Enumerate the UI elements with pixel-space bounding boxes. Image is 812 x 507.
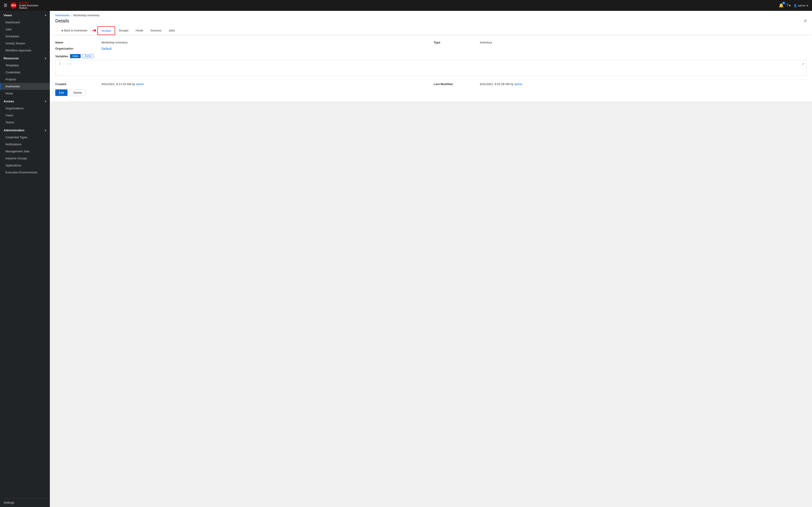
organization-link[interactable]: Default xyxy=(101,47,428,51)
created-row: Created 8/31/2021, 8:11:53 AM by admin L… xyxy=(55,79,807,86)
line-number-1: 1 xyxy=(58,62,61,65)
breadcrumb-inventories-link[interactable]: Inventories xyxy=(55,13,70,17)
sidebar-section-resources: Resources ▾ Templates Credentials Projec… xyxy=(0,54,50,97)
variables-label: Variables xyxy=(55,55,68,58)
help-button[interactable]: ? ▾ xyxy=(786,3,791,8)
detail-grid-top: Name Workshop Inventory Type Inventory O… xyxy=(55,41,807,51)
organization-label: Organization xyxy=(55,47,96,51)
breadcrumb: Inventories › Workshop Inventory xyxy=(55,13,807,17)
sidebar-section-views-header[interactable]: Views ▾ xyxy=(0,11,50,19)
created-by-link[interactable]: admin xyxy=(136,82,144,86)
tab-jobs[interactable]: Jobs xyxy=(165,26,178,35)
sidebar-item-management-jobs[interactable]: Management Jobs xyxy=(0,148,50,155)
sidebar-item-dashboard[interactable]: Dashboard xyxy=(0,19,50,26)
sidebar-item-organizations[interactable]: Organizations xyxy=(0,105,50,112)
product-name: Ansible Automation xyxy=(19,4,39,7)
access-chevron-icon: ▾ xyxy=(45,100,46,103)
sidebar-item-workflow-approvals[interactable]: Workflow Approvals xyxy=(0,47,50,54)
name-label: Name xyxy=(55,41,96,44)
type-label: Type xyxy=(434,41,474,44)
sidebar-item-projects[interactable]: Projects xyxy=(0,76,50,83)
sidebar-item-settings[interactable]: Settings xyxy=(0,498,50,507)
last-modified-by-link[interactable]: admin xyxy=(514,82,522,86)
resources-chevron-icon: ▾ xyxy=(45,57,46,60)
tab-groups[interactable]: Groups xyxy=(115,26,132,35)
help-icon: ? xyxy=(786,3,789,7)
sidebar-item-teams[interactable]: Teams xyxy=(0,119,50,126)
created-date: 8/31/2021, 8:11:53 AM by xyxy=(101,82,135,86)
notification-badge: 0 xyxy=(782,2,785,5)
expand-code-icon[interactable]: ⤢ xyxy=(802,62,805,66)
tab-hosts[interactable]: Hosts xyxy=(132,26,147,35)
sidebar-item-hosts[interactable]: Hosts xyxy=(0,90,50,97)
sidebar-item-jobs[interactable]: Jobs xyxy=(0,26,50,33)
sidebar-item-activity-stream[interactable]: Activity Stream xyxy=(0,40,50,47)
sidebar-item-schedules[interactable]: Schedules xyxy=(0,33,50,40)
sidebar-section-access-header[interactable]: Access ▾ xyxy=(0,97,50,105)
breadcrumb-separator: › xyxy=(71,14,72,17)
help-chevron-icon: ▾ xyxy=(789,3,791,8)
json-toggle-button[interactable]: JSON xyxy=(83,54,93,58)
sidebar-item-instance-groups[interactable]: Instance Groups xyxy=(0,155,50,162)
app-logo: RH Red Hat Ansible Automation Platform xyxy=(10,2,39,9)
user-chevron-icon: ▾ xyxy=(807,4,808,7)
sidebar-item-notifications[interactable]: Notifications xyxy=(0,141,50,148)
delete-button[interactable]: Delete xyxy=(69,90,86,96)
sidebar-item-execution-environments[interactable]: Execution Environments xyxy=(0,169,50,176)
page-header: Inventories › Workshop Inventory Details… xyxy=(50,11,812,35)
details-panel: Name Workshop Inventory Type Inventory O… xyxy=(50,35,812,101)
redhat-logo-icon: RH xyxy=(10,2,17,9)
yaml-toggle-button[interactable]: YAML xyxy=(70,54,81,58)
tab-sources[interactable]: Sources xyxy=(147,26,165,35)
created-value: 8/31/2021, 8:11:53 AM by admin xyxy=(101,82,428,86)
variables-code-block: 1 --- ⤢ xyxy=(55,60,807,76)
tab-access[interactable]: Access xyxy=(97,26,115,35)
edit-button[interactable]: Edit xyxy=(55,90,67,96)
sidebar-item-applications[interactable]: Applications xyxy=(0,162,50,169)
sidebar-administration-label: Administration xyxy=(4,128,24,132)
sidebar-section-administration-header[interactable]: Administration ▾ xyxy=(0,126,50,134)
created-label: Created xyxy=(55,82,96,86)
sidebar-section-access: Access ▾ Organizations Users Teams xyxy=(0,97,50,126)
sidebar-views-label: Views xyxy=(4,13,12,17)
action-buttons: Edit Delete xyxy=(55,90,807,96)
sidebar-section-administration: Administration ▾ Credential Types Notifi… xyxy=(0,126,50,176)
page-title: Details xyxy=(55,18,69,23)
main-layout: Views ▾ Dashboard Jobs Schedules Activit… xyxy=(0,11,812,507)
hamburger-icon[interactable]: ☰ xyxy=(4,3,7,8)
back-to-inventories-link[interactable]: ◄ Back to Inventories xyxy=(61,27,90,35)
svg-text:RH: RH xyxy=(11,4,16,7)
sidebar-item-credential-types[interactable]: Credential Types xyxy=(0,134,50,141)
page-title-row: Details ↺ xyxy=(55,18,807,24)
tabs-bar: ◄ Back to Inventories ➜ Access Groups Ho… xyxy=(55,26,807,35)
sidebar-item-users[interactable]: Users xyxy=(0,112,50,119)
sidebar: Views ▾ Dashboard Jobs Schedules Activit… xyxy=(0,11,50,507)
sidebar-item-templates[interactable]: Templates xyxy=(0,62,50,69)
name-value: Workshop Inventory xyxy=(101,41,428,44)
variables-row: Variables YAML JSON xyxy=(55,54,807,58)
user-menu[interactable]: 👤 admin ▾ xyxy=(794,4,808,7)
administration-chevron-icon: ▾ xyxy=(45,129,46,132)
type-value: Inventory xyxy=(480,41,807,44)
code-line-content: --- xyxy=(66,62,71,65)
last-modified-value: 8/31/2021, 8:52:28 AM by admin xyxy=(480,82,807,86)
last-modified-label: Last Modified xyxy=(434,82,474,86)
arrow-annotation: ➜ xyxy=(92,27,97,34)
sidebar-settings-label: Settings xyxy=(4,501,14,504)
navbar-actions: 🔔 0 ? ▾ 👤 admin ▾ xyxy=(779,3,808,8)
username-label: admin xyxy=(798,4,806,7)
user-icon: 👤 xyxy=(794,4,797,7)
sidebar-section-resources-header[interactable]: Resources ▾ xyxy=(0,54,50,62)
product-name-2: Platform xyxy=(19,7,39,9)
navbar: ☰ RH Red Hat Ansible Automation Platform… xyxy=(0,0,812,11)
sidebar-section-views: Views ▾ Dashboard Jobs Schedules Activit… xyxy=(0,11,50,54)
code-content: --- xyxy=(64,62,74,74)
sidebar-item-credentials[interactable]: Credentials xyxy=(0,69,50,76)
breadcrumb-current: Workshop Inventory xyxy=(73,13,99,17)
logo-text: Red Hat Ansible Automation Platform xyxy=(19,2,39,9)
notifications-bell[interactable]: 🔔 0 xyxy=(779,3,784,8)
history-icon[interactable]: ↺ xyxy=(804,19,807,23)
sidebar-item-inventories[interactable]: Inventories xyxy=(0,83,50,90)
last-modified-date: 8/31/2021, 8:52:28 AM by xyxy=(480,82,513,86)
code-line-numbers: 1 xyxy=(55,62,64,74)
